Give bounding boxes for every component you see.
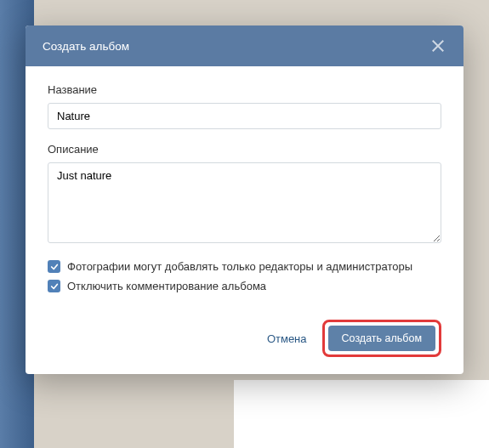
description-field-group: Описание xyxy=(48,143,441,247)
name-label: Название xyxy=(48,83,441,96)
name-input[interactable] xyxy=(48,103,441,129)
checkmark-icon xyxy=(50,263,59,271)
description-label: Описание xyxy=(48,143,441,156)
create-album-modal: Создать альбом Название Описание Фотогра… xyxy=(26,26,463,374)
modal-header: Создать альбом xyxy=(26,26,463,66)
editors-only-label: Фотографии могут добавлять только редакт… xyxy=(67,260,412,273)
modal-footer: Отмена Создать альбом xyxy=(26,308,463,374)
description-input[interactable] xyxy=(48,162,441,243)
name-field-group: Название xyxy=(48,83,441,129)
checkmark-icon xyxy=(50,282,59,291)
create-album-button[interactable]: Создать альбом xyxy=(328,326,435,351)
disable-comments-checkbox[interactable] xyxy=(48,280,60,292)
cancel-button[interactable]: Отмена xyxy=(264,326,310,352)
editors-only-checkbox-row[interactable]: Фотографии могут добавлять только редакт… xyxy=(48,260,441,273)
disable-comments-checkbox-row[interactable]: Отключить комментирование альбома xyxy=(48,280,441,292)
modal-title: Создать альбом xyxy=(43,40,129,53)
modal-body: Название Описание Фотографии могут добав… xyxy=(26,66,463,308)
editors-only-checkbox[interactable] xyxy=(48,260,60,273)
close-icon xyxy=(429,37,446,54)
submit-highlight: Создать альбом xyxy=(322,320,441,357)
close-button[interactable] xyxy=(429,37,446,54)
disable-comments-label: Отключить комментирование альбома xyxy=(67,280,266,292)
